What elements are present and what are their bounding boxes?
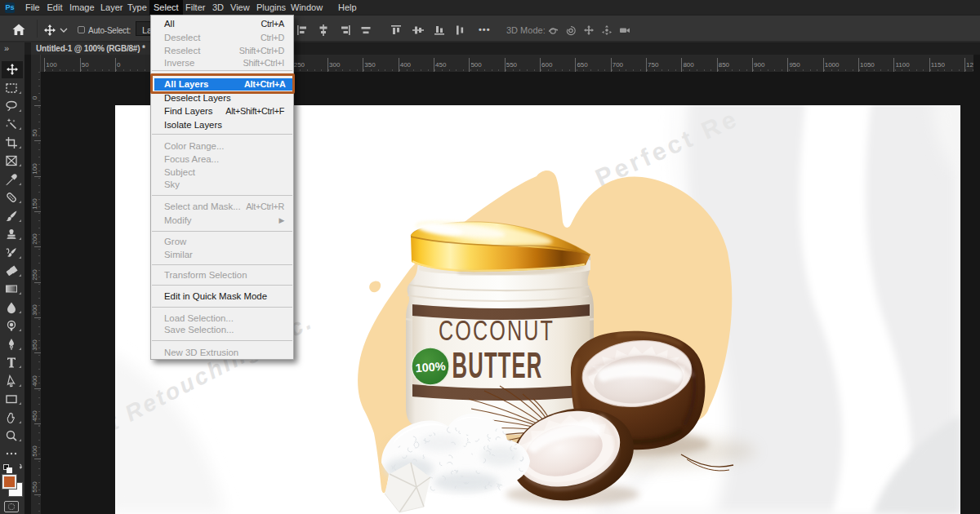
- svg-text:COCONUT: COCONUT: [439, 314, 555, 348]
- svg-text:BUTTER: BUTTER: [452, 344, 543, 385]
- svg-text:100%: 100%: [415, 360, 446, 375]
